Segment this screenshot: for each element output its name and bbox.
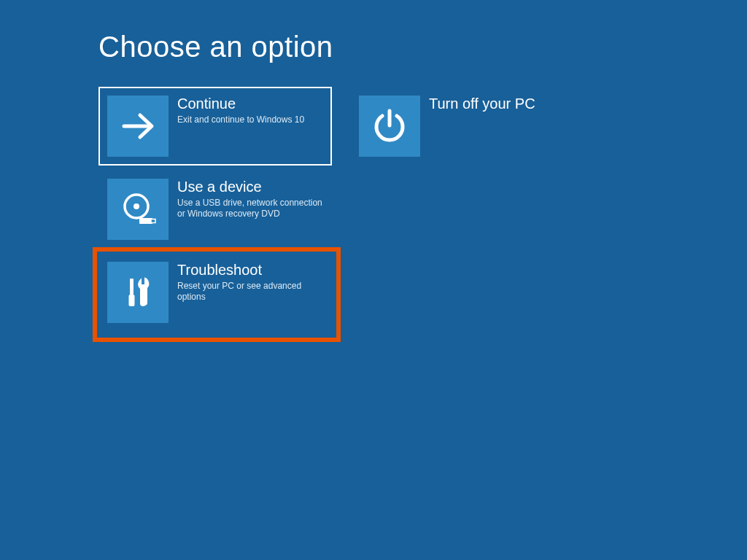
arrow-right-icon — [107, 96, 169, 157]
power-icon — [359, 96, 420, 157]
troubleshoot-description: Reset your PC or see advanced options — [177, 281, 325, 303]
use-device-description: Use a USB drive, network connection or W… — [177, 198, 325, 219]
page-title: Choose an option — [98, 31, 747, 63]
svg-rect-7 — [130, 279, 133, 295]
continue-text: Continue Exit and continue to Windows 10 — [169, 87, 332, 166]
tools-icon — [107, 262, 169, 323]
continue-title: Continue — [177, 96, 325, 112]
disc-usb-icon — [107, 179, 169, 240]
continue-description: Exit and continue to Windows 10 — [177, 114, 325, 125]
svg-rect-8 — [129, 295, 135, 306]
use-device-text: Use a device Use a USB drive, network co… — [169, 170, 332, 249]
turn-off-tile[interactable]: Turn off your PC — [350, 87, 584, 166]
turn-off-title: Turn off your PC — [429, 96, 576, 112]
troubleshoot-title: Troubleshoot — [177, 262, 325, 278]
continue-tile[interactable]: Continue Exit and continue to Windows 10 — [98, 87, 332, 166]
winre-choose-option-screen: Choose an option Continue Exit and conti… — [0, 0, 747, 560]
troubleshoot-text: Troubleshoot Reset your PC or see advanc… — [169, 253, 332, 332]
svg-point-3 — [133, 203, 139, 209]
use-device-tile[interactable]: Use a device Use a USB drive, network co… — [98, 170, 332, 249]
turn-off-text: Turn off your PC — [420, 87, 584, 166]
svg-rect-9 — [142, 277, 144, 284]
use-device-title: Use a device — [177, 179, 325, 195]
troubleshoot-tile[interactable]: Troubleshoot Reset your PC or see advanc… — [98, 253, 332, 332]
